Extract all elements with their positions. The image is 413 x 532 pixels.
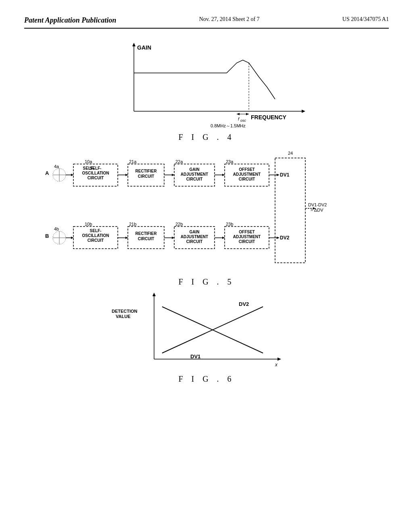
svg-marker-33 — [172, 174, 174, 176]
svg-text:ADJUSTMENT: ADJUSTMENT — [233, 235, 261, 239]
svg-text:10b: 10b — [85, 222, 92, 227]
svg-marker-8 — [237, 113, 240, 115]
svg-text:ADJUSTMENT: ADJUSTMENT — [181, 235, 208, 239]
publication-title: Patent Application Publication — [24, 16, 116, 25]
svg-text:= ΔDV: = ΔDV — [311, 208, 323, 212]
svg-text:CIRCUIT: CIRCUIT — [138, 174, 154, 179]
svg-text:SELF-: SELF- — [90, 229, 102, 233]
svg-text:RECTIFIER: RECTIFIER — [136, 169, 157, 173]
svg-marker-68 — [125, 237, 128, 239]
svg-marker-93 — [277, 357, 281, 361]
sheet-info: Nov. 27, 2014 Sheet 2 of 7 — [199, 16, 260, 23]
svg-text:CIRCUIT: CIRCUIT — [88, 238, 104, 243]
svg-marker-47 — [277, 174, 279, 176]
svg-text:21b: 21b — [129, 222, 136, 227]
svg-text:24: 24 — [288, 151, 293, 156]
fig4-title: F I G . 4 — [178, 133, 234, 142]
svg-text:4b: 4b — [54, 227, 59, 231]
svg-text:ADJUSTMENT: ADJUSTMENT — [233, 172, 261, 177]
svg-marker-91 — [152, 293, 156, 296]
svg-text:OFFSET: OFFSET — [239, 230, 254, 234]
svg-text:23b: 23b — [226, 222, 233, 227]
page: Patent Application Publication Nov. 27, … — [0, 0, 413, 532]
svg-text:22a: 22a — [175, 159, 183, 164]
svg-text:CIRCUIT: CIRCUIT — [186, 177, 203, 181]
svg-text:SELF-: SELF- — [90, 166, 102, 170]
svg-text:f: f — [238, 116, 240, 121]
svg-text:DV1: DV1 — [190, 353, 200, 360]
svg-marker-88 — [277, 237, 279, 239]
fig5-diagram: A 4a SELF- SELF- OSCILLATION CIRCUIT 10a — [41, 146, 372, 275]
svg-marker-3 — [302, 110, 305, 113]
svg-marker-27 — [125, 174, 128, 176]
svg-text:DV2: DV2 — [239, 301, 249, 307]
svg-text:CIRCUIT: CIRCUIT — [239, 177, 255, 181]
svg-text:CIRCUIT: CIRCUIT — [239, 239, 255, 244]
svg-marker-1 — [132, 43, 136, 46]
page-header: Patent Application Publication Nov. 27, … — [24, 16, 389, 29]
svg-text:DV1-DV2: DV1-DV2 — [308, 202, 327, 207]
fig4-section: GAIN FREQUENCY f osc 0.8MHz～ — [24, 41, 389, 142]
svg-marker-19 — [71, 174, 73, 176]
svg-marker-61 — [71, 237, 73, 239]
fig5-section: A 4a SELF- SELF- OSCILLATION CIRCUIT 10a — [24, 146, 389, 287]
fig6-title: F I G . 6 — [178, 374, 234, 384]
svg-text:DV1: DV1 — [280, 172, 290, 178]
svg-text:x: x — [275, 362, 278, 368]
svg-text:B: B — [45, 233, 49, 239]
svg-text:FREQUENCY: FREQUENCY — [251, 114, 287, 121]
svg-text:OSCILLATION: OSCILLATION — [82, 233, 109, 238]
svg-text:0.8MHz～1.5MHz: 0.8MHz～1.5MHz — [211, 123, 246, 128]
svg-text:CIRCUIT: CIRCUIT — [186, 239, 203, 244]
svg-marker-74 — [172, 237, 174, 239]
svg-text:OFFSET: OFFSET — [239, 167, 254, 172]
fig5-title: F I G . 5 — [178, 277, 234, 287]
svg-marker-9 — [246, 113, 249, 115]
svg-text:GAIN: GAIN — [190, 230, 200, 234]
svg-text:osc: osc — [240, 118, 246, 123]
svg-text:21a: 21a — [129, 159, 137, 164]
svg-text:RECTIFIER: RECTIFIER — [136, 231, 157, 236]
svg-text:10a: 10a — [85, 159, 92, 164]
svg-text:A: A — [45, 170, 49, 176]
svg-text:4a: 4a — [54, 164, 59, 169]
svg-text:CIRCUIT: CIRCUIT — [88, 176, 104, 180]
svg-text:CIRCUIT: CIRCUIT — [138, 237, 154, 241]
svg-text:DETECTION: DETECTION — [112, 309, 138, 314]
fig6-section: DETECTION VALUE x DV2 DV1 F I G . 6 — [24, 291, 389, 384]
svg-text:GAIN: GAIN — [190, 167, 200, 172]
svg-text:VALUE: VALUE — [116, 314, 130, 319]
patent-number: US 2014/347075 A1 — [342, 16, 389, 23]
fig4-chart: GAIN FREQUENCY f osc 0.8MHz～ — [94, 41, 319, 129]
svg-text:22b: 22b — [175, 222, 183, 227]
svg-text:ADJUSTMENT: ADJUSTMENT — [181, 172, 208, 177]
svg-marker-40 — [222, 174, 225, 176]
svg-marker-81 — [222, 237, 225, 239]
svg-text:GAIN: GAIN — [137, 44, 151, 51]
svg-text:DV2: DV2 — [280, 235, 290, 241]
fig6-chart: DETECTION VALUE x DV2 DV1 — [110, 291, 303, 371]
svg-text:OSCILLATION: OSCILLATION — [82, 171, 109, 175]
svg-text:23a: 23a — [226, 159, 234, 164]
